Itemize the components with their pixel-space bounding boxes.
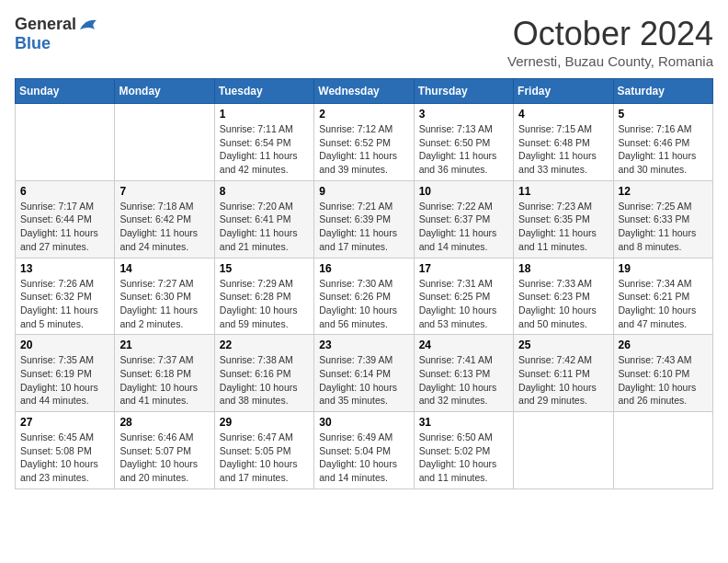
calendar-cell bbox=[115, 104, 214, 181]
day-info: Sunrise: 6:49 AMSunset: 5:04 PMDaylight:… bbox=[319, 431, 408, 485]
calendar-header-row: SundayMondayTuesdayWednesdayThursdayFrid… bbox=[16, 79, 713, 104]
calendar-week-row: 27Sunrise: 6:45 AMSunset: 5:08 PMDayligh… bbox=[16, 412, 713, 489]
day-number: 2 bbox=[319, 108, 408, 121]
calendar-cell: 9Sunrise: 7:21 AMSunset: 6:39 PMDaylight… bbox=[314, 180, 414, 258]
day-info: Sunrise: 7:30 AMSunset: 6:26 PMDaylight:… bbox=[319, 277, 408, 331]
weekday-header: Sunday bbox=[16, 79, 115, 104]
logo-bird-icon bbox=[78, 17, 98, 33]
calendar-cell bbox=[514, 412, 613, 489]
calendar-cell: 29Sunrise: 6:47 AMSunset: 5:05 PMDayligh… bbox=[214, 412, 313, 489]
day-number: 9 bbox=[319, 185, 408, 198]
logo: General Blue bbox=[15, 15, 98, 53]
day-info: Sunrise: 7:15 AMSunset: 6:48 PMDaylight:… bbox=[518, 122, 608, 177]
calendar-cell: 7Sunrise: 7:18 AMSunset: 6:42 PMDaylight… bbox=[115, 180, 214, 258]
calendar-cell: 21Sunrise: 7:37 AMSunset: 6:18 PMDayligh… bbox=[115, 335, 214, 412]
day-number: 4 bbox=[518, 108, 608, 121]
day-number: 28 bbox=[119, 416, 209, 429]
day-number: 7 bbox=[119, 185, 209, 198]
day-number: 11 bbox=[518, 185, 608, 198]
calendar-week-row: 20Sunrise: 7:35 AMSunset: 6:19 PMDayligh… bbox=[16, 335, 713, 412]
day-info: Sunrise: 6:47 AMSunset: 5:05 PMDaylight:… bbox=[220, 431, 309, 485]
day-number: 15 bbox=[220, 262, 309, 275]
calendar-week-row: 1Sunrise: 7:11 AMSunset: 6:54 PMDaylight… bbox=[16, 104, 713, 181]
day-info: Sunrise: 6:46 AMSunset: 5:07 PMDaylight:… bbox=[119, 431, 209, 485]
calendar-cell: 5Sunrise: 7:16 AMSunset: 6:46 PMDaylight… bbox=[613, 104, 712, 181]
day-info: Sunrise: 7:42 AMSunset: 6:11 PMDaylight:… bbox=[518, 353, 608, 408]
day-number: 1 bbox=[220, 108, 309, 121]
calendar-cell: 8Sunrise: 7:20 AMSunset: 6:41 PMDaylight… bbox=[214, 180, 313, 258]
day-info: Sunrise: 7:39 AMSunset: 6:14 PMDaylight:… bbox=[319, 353, 408, 408]
weekday-header: Wednesday bbox=[314, 79, 414, 104]
calendar-cell: 31Sunrise: 6:50 AMSunset: 5:02 PMDayligh… bbox=[414, 412, 513, 489]
weekday-header: Saturday bbox=[613, 79, 712, 104]
day-number: 12 bbox=[619, 185, 708, 198]
day-info: Sunrise: 7:21 AMSunset: 6:39 PMDaylight:… bbox=[319, 200, 408, 254]
day-info: Sunrise: 7:18 AMSunset: 6:42 PMDaylight:… bbox=[119, 200, 209, 254]
day-info: Sunrise: 7:17 AMSunset: 6:44 PMDaylight:… bbox=[20, 200, 109, 254]
day-number: 20 bbox=[20, 339, 109, 351]
day-number: 16 bbox=[319, 262, 408, 275]
day-number: 24 bbox=[419, 339, 508, 351]
day-number: 13 bbox=[20, 262, 109, 275]
calendar-cell: 13Sunrise: 7:26 AMSunset: 6:32 PMDayligh… bbox=[16, 258, 115, 335]
calendar-cell: 20Sunrise: 7:35 AMSunset: 6:19 PMDayligh… bbox=[16, 335, 115, 412]
calendar-cell: 1Sunrise: 7:11 AMSunset: 6:54 PMDaylight… bbox=[214, 104, 313, 181]
calendar-cell: 6Sunrise: 7:17 AMSunset: 6:44 PMDaylight… bbox=[16, 180, 115, 258]
calendar-cell: 26Sunrise: 7:43 AMSunset: 6:10 PMDayligh… bbox=[613, 335, 712, 412]
location-title: Vernesti, Buzau County, Romania bbox=[507, 53, 713, 69]
calendar-cell: 11Sunrise: 7:23 AMSunset: 6:35 PMDayligh… bbox=[514, 180, 613, 258]
calendar-cell: 30Sunrise: 6:49 AMSunset: 5:04 PMDayligh… bbox=[314, 412, 414, 489]
day-number: 27 bbox=[20, 416, 109, 429]
weekday-header: Tuesday bbox=[214, 79, 313, 104]
calendar-cell: 12Sunrise: 7:25 AMSunset: 6:33 PMDayligh… bbox=[613, 180, 712, 258]
day-info: Sunrise: 7:38 AMSunset: 6:16 PMDaylight:… bbox=[220, 353, 309, 408]
calendar-cell: 25Sunrise: 7:42 AMSunset: 6:11 PMDayligh… bbox=[514, 335, 613, 412]
day-info: Sunrise: 7:41 AMSunset: 6:13 PMDaylight:… bbox=[419, 353, 508, 408]
calendar-cell: 17Sunrise: 7:31 AMSunset: 6:25 PMDayligh… bbox=[414, 258, 513, 335]
logo-blue-text: Blue bbox=[15, 34, 51, 53]
day-info: Sunrise: 7:26 AMSunset: 6:32 PMDaylight:… bbox=[20, 277, 109, 331]
day-number: 8 bbox=[220, 185, 309, 198]
day-number: 19 bbox=[619, 262, 708, 275]
calendar-week-row: 6Sunrise: 7:17 AMSunset: 6:44 PMDaylight… bbox=[16, 180, 713, 258]
calendar-cell: 22Sunrise: 7:38 AMSunset: 6:16 PMDayligh… bbox=[214, 335, 313, 412]
calendar-cell: 28Sunrise: 6:46 AMSunset: 5:07 PMDayligh… bbox=[115, 412, 214, 489]
day-number: 18 bbox=[518, 262, 608, 275]
day-number: 6 bbox=[20, 185, 109, 198]
page-header: General Blue October 2024 Vernesti, Buza… bbox=[15, 15, 713, 69]
day-number: 25 bbox=[518, 339, 608, 351]
day-number: 14 bbox=[119, 262, 209, 275]
weekday-header: Monday bbox=[115, 79, 214, 104]
weekday-header: Friday bbox=[514, 79, 613, 104]
day-info: Sunrise: 7:20 AMSunset: 6:41 PMDaylight:… bbox=[220, 200, 309, 254]
month-title: October 2024 bbox=[507, 15, 713, 53]
calendar-table: SundayMondayTuesdayWednesdayThursdayFrid… bbox=[15, 78, 713, 489]
day-number: 26 bbox=[619, 339, 708, 351]
calendar-cell: 2Sunrise: 7:12 AMSunset: 6:52 PMDaylight… bbox=[314, 104, 414, 181]
calendar-cell: 10Sunrise: 7:22 AMSunset: 6:37 PMDayligh… bbox=[414, 180, 513, 258]
day-info: Sunrise: 7:29 AMSunset: 6:28 PMDaylight:… bbox=[220, 277, 309, 331]
day-info: Sunrise: 7:25 AMSunset: 6:33 PMDaylight:… bbox=[619, 200, 708, 254]
day-info: Sunrise: 7:35 AMSunset: 6:19 PMDaylight:… bbox=[20, 353, 109, 408]
day-info: Sunrise: 7:16 AMSunset: 6:46 PMDaylight:… bbox=[619, 122, 708, 177]
weekday-header: Thursday bbox=[414, 79, 513, 104]
day-info: Sunrise: 7:43 AMSunset: 6:10 PMDaylight:… bbox=[619, 353, 708, 408]
day-number: 17 bbox=[419, 262, 508, 275]
calendar-cell: 3Sunrise: 7:13 AMSunset: 6:50 PMDaylight… bbox=[414, 104, 513, 181]
calendar-cell: 15Sunrise: 7:29 AMSunset: 6:28 PMDayligh… bbox=[214, 258, 313, 335]
day-info: Sunrise: 7:37 AMSunset: 6:18 PMDaylight:… bbox=[119, 353, 209, 408]
day-info: Sunrise: 7:31 AMSunset: 6:25 PMDaylight:… bbox=[419, 277, 508, 331]
day-info: Sunrise: 7:27 AMSunset: 6:30 PMDaylight:… bbox=[119, 277, 209, 331]
day-number: 23 bbox=[319, 339, 408, 351]
day-number: 5 bbox=[619, 108, 708, 121]
calendar-cell: 18Sunrise: 7:33 AMSunset: 6:23 PMDayligh… bbox=[514, 258, 613, 335]
day-info: Sunrise: 7:11 AMSunset: 6:54 PMDaylight:… bbox=[220, 122, 309, 177]
calendar-cell bbox=[16, 104, 115, 181]
calendar-cell: 27Sunrise: 6:45 AMSunset: 5:08 PMDayligh… bbox=[16, 412, 115, 489]
day-number: 29 bbox=[220, 416, 309, 429]
calendar-cell bbox=[613, 412, 712, 489]
logo-general-text: General bbox=[15, 15, 76, 34]
day-info: Sunrise: 7:34 AMSunset: 6:21 PMDaylight:… bbox=[619, 277, 708, 331]
day-info: Sunrise: 7:22 AMSunset: 6:37 PMDaylight:… bbox=[419, 200, 508, 254]
day-info: Sunrise: 7:12 AMSunset: 6:52 PMDaylight:… bbox=[319, 122, 408, 177]
